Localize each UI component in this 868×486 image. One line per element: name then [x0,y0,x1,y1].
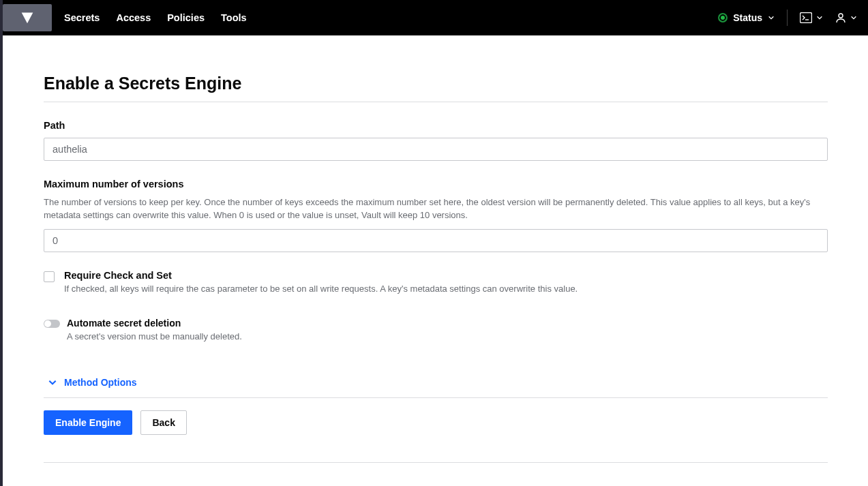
auto-delete-field: Automate secret deletion A secret's vers… [44,318,828,350]
nav-divider [787,10,788,26]
back-button[interactable]: Back [140,410,186,435]
auto-delete-help: A secret's version must be manually dele… [67,331,242,344]
top-nav: Secrets Access Policies Tools Status [3,0,868,35]
nav-access[interactable]: Access [116,12,151,23]
chevron-down-icon [48,378,57,387]
require-cas-label: Require Check and Set [64,270,578,281]
nav-links: Secrets Access Policies Tools [64,12,247,23]
status-dropdown[interactable]: Status [718,12,775,23]
main-content: Enable a Secrets Engine Path Maximum num… [44,35,828,486]
svg-marker-0 [22,13,33,24]
console-dropdown[interactable] [800,12,823,23]
max-versions-help: The number of versions to keep per key. … [44,196,828,222]
vault-logo-icon [20,11,34,25]
require-cas-help: If checked, all keys will require the ca… [64,283,578,296]
chevron-down-icon [768,14,775,21]
terminal-icon [800,12,812,23]
auto-delete-label: Automate secret deletion [67,318,242,329]
path-field: Path [44,120,828,161]
max-versions-input[interactable] [44,229,828,252]
chevron-down-icon [850,14,857,21]
action-buttons: Enable Engine Back [44,410,828,463]
max-versions-label: Maximum number of versions [44,179,828,189]
status-label: Status [733,12,762,23]
path-input[interactable] [44,138,828,161]
path-label: Path [44,120,828,131]
user-icon [835,12,846,23]
svg-rect-1 [800,13,812,23]
svg-point-3 [839,14,843,18]
page-title: Enable a Secrets Engine [44,74,828,102]
nav-secrets[interactable]: Secrets [64,12,100,23]
method-options-label: Method Options [64,377,137,388]
nav-policies[interactable]: Policies [167,12,205,23]
user-dropdown[interactable] [835,12,857,23]
require-cas-checkbox[interactable] [44,271,55,282]
nav-right: Status [718,10,857,26]
max-versions-field: Maximum number of versions The number of… [44,179,828,252]
status-indicator-icon [718,13,728,22]
auto-delete-toggle[interactable] [44,320,60,328]
enable-engine-button[interactable]: Enable Engine [44,410,132,435]
require-cas-field: Require Check and Set If checked, all ke… [44,270,828,303]
chevron-down-icon [816,14,823,21]
vault-logo[interactable] [3,4,52,31]
nav-tools[interactable]: Tools [221,12,247,23]
method-options-expander[interactable]: Method Options [44,370,828,398]
window-left-strip [0,0,3,486]
